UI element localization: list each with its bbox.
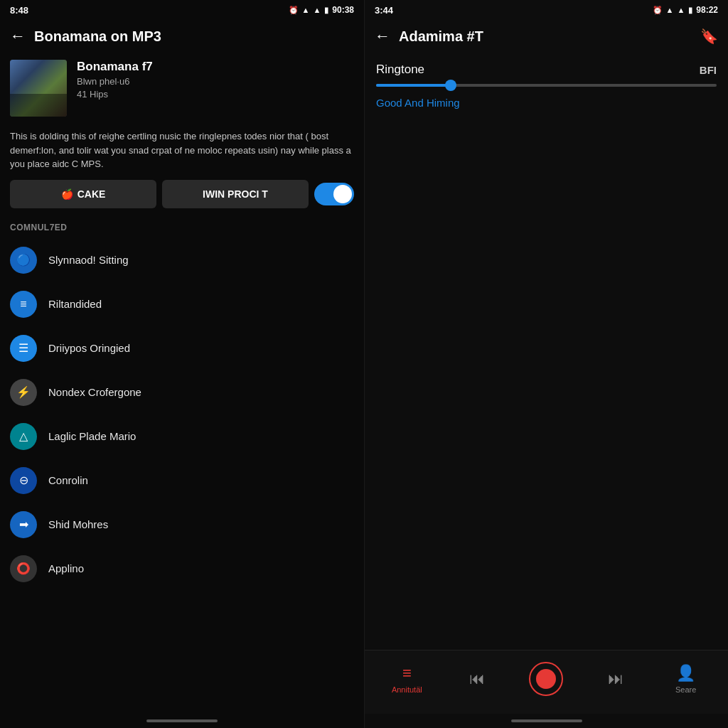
- artist-info: Bonamana f7 Blwn phel·u6 41 Hips: [77, 60, 153, 100]
- home-bar-right: [511, 719, 582, 722]
- list-icon-7: ⭕: [10, 555, 37, 582]
- left-panel: 8:48 ⏰ ▲ ▲ ▮ 90:38 ← Bonamana on MP3 Bon…: [0, 0, 364, 728]
- artist-image: [10, 60, 67, 117]
- search-person-icon: 👤: [676, 664, 695, 682]
- list-item-text-1: Riltandided: [48, 298, 102, 310]
- signal-icon: ▲: [313, 6, 321, 14]
- artist-section: Bonamana f7 Blwn phel·u6 41 Hips: [0, 53, 364, 124]
- prev-icon: ⏮: [469, 670, 485, 688]
- list-item[interactable]: ≡ Riltandided: [0, 282, 364, 326]
- list-item[interactable]: ⊖ Conrolin: [0, 459, 364, 503]
- time-left: 8:48: [10, 5, 28, 16]
- list-icon-1: ≡: [10, 291, 37, 318]
- cake-button[interactable]: 🍎 CAKE: [10, 180, 156, 208]
- slider-fill: [376, 84, 451, 87]
- nav-item-search[interactable]: 👤 Seare: [668, 664, 704, 694]
- action-buttons: 🍎 CAKE IWIN PROCI T: [0, 180, 364, 220]
- ringtone-row: Ringtone BFI: [376, 63, 717, 77]
- alarm-icon: ⏰: [289, 6, 299, 15]
- list-item[interactable]: △ Laglic Plade Mario: [0, 414, 364, 459]
- description-text: This is dolding this of reighe certling …: [0, 124, 364, 180]
- artist-name: Bonamana f7: [77, 60, 153, 74]
- right-content: Ringtone BFI Good And Himing: [365, 53, 728, 361]
- list-item-text-3: Nondex Crofergone: [48, 386, 141, 398]
- next-icon: ⏭: [608, 670, 623, 688]
- home-bar-left: [146, 719, 218, 722]
- section-label: COMNUL7ED: [0, 220, 364, 238]
- list-item-text-7: Applino: [48, 562, 84, 574]
- status-bar-left: 8:48 ⏰ ▲ ▲ ▮ 90:38: [0, 0, 364, 20]
- slider-container[interactable]: [376, 84, 717, 87]
- list-icon-0: 🔵: [10, 247, 37, 274]
- list-item[interactable]: ➡ Shid Mohres: [0, 503, 364, 547]
- slider-thumb: [445, 80, 456, 91]
- status-icons-right: ⏰ ▲ ▲ ▮ 98:22: [653, 5, 718, 15]
- bookmark-icon[interactable]: 🔖: [700, 28, 718, 45]
- twin-button[interactable]: IWIN PROCI T: [162, 180, 309, 208]
- list-item-text-2: Driiypos Oringied: [48, 342, 130, 354]
- list-item-text-6: Shid Mohres: [48, 518, 108, 530]
- back-button-right[interactable]: ←: [375, 27, 390, 46]
- ringtone-link[interactable]: Good And Himing: [376, 97, 460, 109]
- ringtone-code: BFI: [700, 64, 717, 76]
- record-button[interactable]: [529, 662, 563, 696]
- list-icon-5: ⊖: [10, 467, 37, 494]
- twin-label: IWIN PROCI T: [203, 188, 268, 200]
- wifi-icon-right: ▲: [666, 6, 674, 14]
- list-item[interactable]: ⚡ Nondex Crofergone: [0, 370, 364, 414]
- toggle-knob: [333, 185, 352, 203]
- wifi-icon: ▲: [302, 6, 310, 14]
- nav-label-search: Seare: [675, 685, 696, 694]
- list-item[interactable]: ⭕ Applino: [0, 547, 364, 591]
- list-item[interactable]: 🔵 Slynnaod! Sitting: [0, 238, 364, 282]
- list-item-text-0: Slynnaod! Sitting: [48, 254, 129, 266]
- nav-item-menu[interactable]: ≡ Annitutäl: [389, 664, 424, 694]
- list-item[interactable]: ☰ Driiypos Oringied: [0, 326, 364, 370]
- cake-label: CAKE: [77, 188, 106, 200]
- right-panel: 3:44 ⏰ ▲ ▲ ▮ 98:22 ← Adamima #T 🔖 Ringto…: [364, 0, 728, 728]
- list-icon-4: △: [10, 423, 37, 450]
- signal-icon-right: ▲: [677, 6, 685, 14]
- ringtone-label: Ringtone: [376, 63, 424, 77]
- artist-image-crowd: [10, 60, 67, 117]
- nav-label-menu: Annitutäl: [392, 685, 422, 694]
- time-right: 3:44: [375, 5, 393, 16]
- back-button-left[interactable]: ←: [10, 27, 26, 46]
- battery-icon: ▮: [324, 6, 328, 15]
- home-indicator-left: [0, 714, 364, 728]
- list-icon-2: ☰: [10, 335, 37, 362]
- header-right: ← Adamima #T 🔖: [365, 20, 728, 53]
- artist-sub: Blwn phel·u6: [77, 76, 153, 87]
- home-indicator-right: [365, 714, 728, 728]
- list-icon-3: ⚡: [10, 379, 37, 406]
- battery-icon-right: ▮: [688, 6, 692, 15]
- battery-level-left: 90:38: [332, 5, 354, 15]
- header-left: ← Bonamana on MP3: [0, 20, 364, 53]
- header-title-right: Adamima #T: [399, 28, 483, 45]
- list-item-text-5: Conrolin: [48, 474, 88, 486]
- slider-track: [376, 84, 717, 87]
- list-items: 🔵 Slynnaod! Sitting ≡ Riltandided ☰ Drii…: [0, 238, 364, 591]
- toggle-switch[interactable]: [314, 183, 354, 205]
- list-item-text-4: Laglic Plade Mario: [48, 430, 136, 442]
- bottom-nav-right: ≡ Annitutäl ⏮ ⏭ 👤 Seare: [365, 650, 728, 714]
- status-icons-left: ⏰ ▲ ▲ ▮ 90:38: [289, 5, 354, 15]
- menu-icon: ≡: [402, 664, 412, 682]
- battery-level-right: 98:22: [696, 5, 718, 15]
- list-icon-6: ➡: [10, 511, 37, 538]
- record-inner: [536, 669, 556, 689]
- alarm-icon-right: ⏰: [653, 6, 663, 15]
- nav-item-prev[interactable]: ⏮: [459, 670, 495, 688]
- header-title-left: Bonamana on MP3: [34, 28, 161, 45]
- artist-hips: 41 Hips: [77, 89, 153, 100]
- status-bar-right: 3:44 ⏰ ▲ ▲ ▮ 98:22: [365, 0, 728, 20]
- apple-icon: 🍎: [61, 188, 73, 200]
- nav-item-next[interactable]: ⏭: [598, 670, 633, 688]
